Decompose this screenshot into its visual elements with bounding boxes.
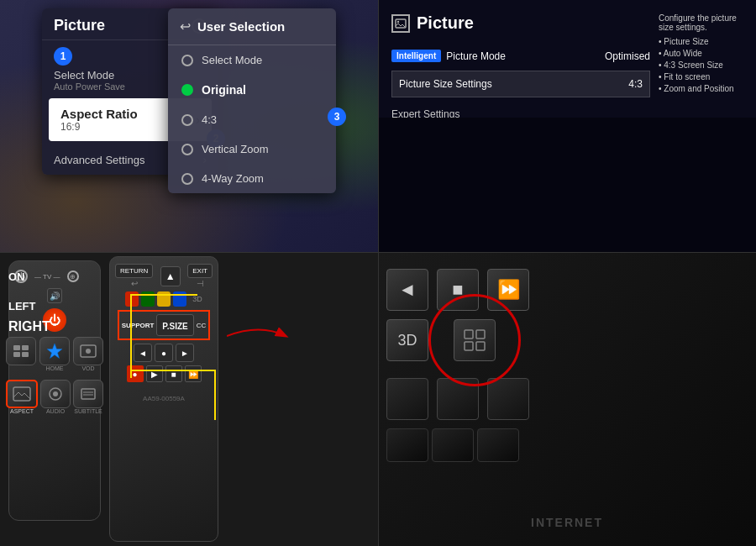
original-option[interactable]: Original — [168, 75, 336, 105]
right-arrow-btn[interactable]: ► — [176, 344, 194, 362]
bottom-divider — [378, 252, 379, 546]
sidebar-item-4: Fit to screen — [659, 72, 743, 81]
support-btn[interactable]: SUPPORT — [122, 322, 155, 329]
svg-rect-4 — [13, 352, 20, 357]
select-mode-option[interactable]: Select Mode — [168, 45, 336, 75]
left-arrow-btn[interactable]: ◄ — [134, 344, 152, 362]
svg-rect-12 — [81, 389, 95, 399]
tr-header: Picture — [391, 13, 650, 33]
cc-btn[interactable]: CC — [197, 322, 207, 329]
picture-size-settings-row[interactable]: Picture Size Settings 4:3 — [391, 71, 650, 97]
radio-unselected-4 — [181, 173, 193, 185]
svg-rect-3 — [22, 345, 29, 350]
aspect-audio-subtitle-row: ASPECT AUDIO SUBTITLE — [6, 380, 103, 414]
ff-btn[interactable]: ⏩ — [185, 365, 202, 382]
bottom-right-panel: ◄ ■ ⏩ 3D — [378, 252, 756, 546]
exit-btn-group: EXIT ⊣ — [187, 264, 213, 288]
radio-unselected — [181, 55, 193, 66]
pss-value: 4:3 — [628, 78, 643, 90]
aspect-btn-group: ASPECT — [6, 380, 38, 414]
aspect-label: ASPECT — [10, 408, 34, 414]
option-label-4way-zoom: 4-Way Zoom — [202, 172, 264, 185]
radio-unselected-3 — [181, 144, 193, 155]
aspect-ratio-value: 16:9 — [60, 121, 138, 133]
right-label: RIGHT — [8, 319, 50, 334]
exit-btn[interactable]: EXIT — [187, 264, 213, 278]
aspect-btn[interactable] — [6, 380, 38, 408]
vod-btn-group: VOD — [73, 337, 103, 371]
on-text: ON — [8, 270, 25, 283]
option-label-4by3: 4:3 — [202, 113, 217, 126]
picture-mode-label: Picture Mode — [446, 50, 605, 62]
ff-key[interactable]: ⏩ — [487, 269, 529, 311]
dark-key-5[interactable] — [432, 428, 474, 462]
dark-key-2[interactable] — [437, 378, 479, 420]
return-exit-row: RETURN ↩ ▲ EXIT ⊣ — [115, 264, 213, 288]
return-icon: ↩ — [131, 279, 138, 288]
sidebar-item-3: 4:3 Screen Size — [659, 60, 743, 70]
grid-key-container — [454, 319, 496, 361]
main-container: Picture ? 1 Select Mode Auto Power Save … — [0, 0, 756, 546]
top-right-panel: Configure the picture size settings. Pic… — [378, 0, 756, 252]
home-label-text: HOME — [46, 365, 64, 371]
play-btn[interactable]: ▶ — [146, 365, 163, 382]
subtitle-btn[interactable] — [73, 380, 103, 408]
psize-btn[interactable]: P.SIZE — [156, 314, 193, 336]
star-btn-group: HOME — [39, 337, 70, 371]
pss-label: Picture Size Settings — [399, 78, 492, 90]
ff-key-area: ⏩ — [487, 269, 529, 311]
svg-rect-2 — [13, 345, 20, 350]
left-key[interactable]: ◄ — [386, 269, 428, 311]
left-key-area: ◄ — [386, 269, 428, 311]
stop-key[interactable]: ■ — [437, 269, 479, 311]
advanced-settings-label: Advanced Settings — [54, 154, 144, 166]
user-selection-header: ↩ User Selection — [168, 8, 336, 45]
grid-key[interactable] — [454, 319, 496, 361]
dark-key-1[interactable] — [386, 378, 428, 420]
4way-zoom-option[interactable]: 4-Way Zoom — [168, 164, 336, 193]
media-controls-row: ● ▶ ■ ⏩ — [127, 365, 202, 382]
radio-selected — [181, 84, 193, 96]
sidebar-item-2: Auto Wide — [659, 49, 743, 58]
dark-key-6[interactable] — [477, 428, 519, 462]
rec-btn[interactable]: ● — [127, 365, 144, 382]
audio-btn[interactable] — [40, 380, 71, 408]
dark-key-4[interactable] — [386, 428, 428, 462]
return-btn[interactable]: RETURN — [115, 264, 153, 278]
svg-rect-5 — [22, 352, 29, 357]
vod-btn[interactable] — [73, 337, 103, 365]
up-arrow-btn[interactable]: ▲ — [160, 266, 181, 286]
tv-indicator: — TV — — [34, 273, 60, 281]
stop-btn[interactable]: ■ — [165, 365, 182, 382]
speaker-icon-btn[interactable]: 🔊 — [47, 288, 62, 303]
bottom-key-2 — [437, 378, 479, 420]
input-source-btn[interactable]: ⊕ — [67, 270, 79, 282]
top-divider — [378, 0, 379, 252]
home-vod-row: HOME VOD — [6, 337, 103, 371]
internet-label-area: INTERNET — [395, 516, 739, 529]
top-left-panel: Picture ? 1 Select Mode Auto Power Save … — [0, 0, 378, 252]
menu-btn[interactable] — [6, 337, 36, 365]
aspect-ratio-left: Aspect Ratio 16:9 — [60, 107, 138, 133]
right-text: RIGHT — [8, 319, 50, 333]
bottom-key-3 — [487, 378, 529, 420]
audio-label: AUDIO — [46, 408, 65, 414]
smart-hub-btn[interactable] — [39, 337, 70, 365]
3d-label: 3D — [192, 295, 202, 303]
bottom-left-panel: ON LEFT RIGHT ⏻ — TV — ⊕ 🔊 ⏻ — [0, 252, 378, 546]
enter-btn[interactable]: ● — [155, 344, 173, 362]
4by3-option[interactable]: 4:3 — [168, 105, 336, 134]
key-3d[interactable]: 3D — [386, 319, 428, 361]
mid-left-key-area: 3D — [386, 319, 428, 361]
tr-sidebar: Configure the picture size settings. Pic… — [659, 13, 743, 96]
sidebar-item-5: Zoom and Position — [659, 84, 743, 93]
option-label-select-mode: Select Mode — [202, 54, 262, 66]
svg-point-1 — [397, 20, 399, 22]
option-label-original: Original — [202, 83, 246, 97]
home-btn-group — [6, 337, 36, 371]
vertical-zoom-option[interactable]: Vertical Zoom — [168, 134, 336, 164]
dark-key-3[interactable] — [487, 378, 529, 420]
back-icon: ↩ — [180, 18, 191, 34]
center-remote: RETURN ↩ ▲ EXIT ⊣ 3D — [109, 256, 218, 542]
speaker-row: 🔊 — [47, 288, 62, 303]
